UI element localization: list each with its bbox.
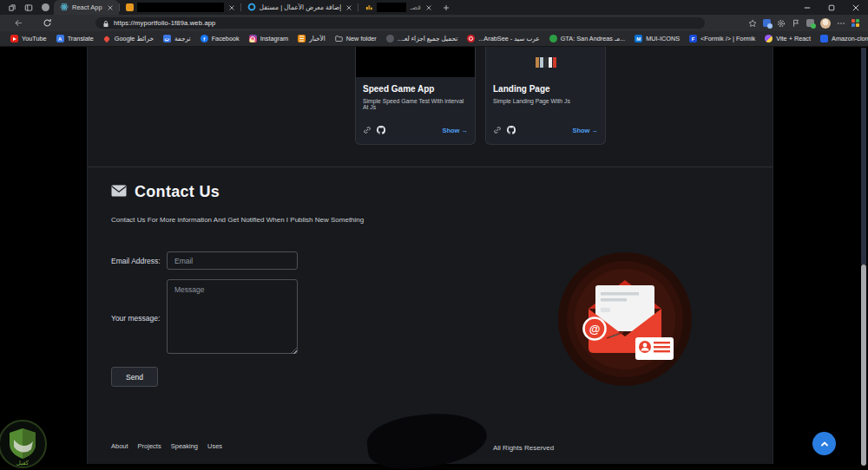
page-viewport: Speed Game App Simple Speed Game Test Wi… (0, 47, 868, 470)
thumbnail-graphic (536, 57, 556, 68)
show-project-link[interactable]: Show → (572, 127, 598, 134)
project-card-speed-game: Speed Game App Simple Speed Game Test Wi… (355, 47, 476, 145)
contact-section-title: Contact Us (135, 183, 220, 201)
tab-react-app[interactable]: React App (54, 0, 119, 15)
show-project-link[interactable]: Show → (442, 127, 468, 134)
close-tab-icon[interactable] (108, 5, 113, 10)
link-icon[interactable] (493, 122, 502, 138)
flag-icon[interactable] (792, 16, 800, 31)
settings-gear-icon[interactable] (777, 16, 786, 31)
tab-redacted-1[interactable] (120, 0, 240, 15)
project-title: Landing Page (486, 77, 605, 94)
browser-logo-icon (42, 3, 49, 11)
new-tab-button[interactable] (443, 4, 450, 11)
bookmark-tarjama[interactable]: تترجمة (163, 35, 191, 42)
watermark-logo: كفيل (0, 419, 49, 470)
project-card-landing-page: Landing Page Simple Landing Page With Js… (485, 47, 606, 145)
section-divider (88, 166, 773, 167)
bookmark-vite-react[interactable]: Vite + React (765, 35, 811, 42)
bookmark-new-folder[interactable]: New folder (335, 35, 377, 42)
bookmark-instagram[interactable]: Instagram (249, 35, 288, 42)
arabseed-icon (467, 35, 475, 42)
bookmark-mui-icons[interactable]: MMUI-ICONS (635, 35, 680, 42)
tab-title: قصـ (410, 3, 420, 11)
redaction-box (377, 3, 406, 12)
tab-mostaql[interactable]: إضافة معرض الأعمال | مستقل (241, 0, 358, 15)
reload-icon[interactable] (43, 18, 52, 28)
bookmark-facebook[interactable]: fFacebook (201, 35, 240, 42)
project-thumbnail (356, 47, 475, 77)
maps-pin-icon (103, 35, 111, 42)
watermark-text: كفيل (16, 460, 30, 466)
email-field[interactable] (167, 251, 298, 270)
bookmarks-bar: YouTube ATranslate Google خرائط تترجمة f… (0, 31, 868, 47)
bookmark-translate[interactable]: ATranslate (56, 35, 94, 42)
profile-avatar[interactable] (820, 18, 831, 29)
message-field[interactable] (167, 279, 298, 354)
contact-subtitle: Contact Us For More information And Get … (111, 216, 364, 224)
tab-redacted-2[interactable]: قصـ (358, 0, 437, 15)
vertical-tabs-icon[interactable] (24, 3, 33, 12)
site-content: Speed Game App Simple Speed Game Test Wi… (87, 47, 773, 464)
yellow-chart-icon (365, 3, 373, 13)
github-icon[interactable] (507, 122, 516, 138)
formik-icon: F (689, 35, 697, 42)
bookmark-arabseed[interactable]: عرب سيد - ArabSee... (467, 35, 539, 42)
bookmark-gta[interactable]: GTA: San Andreas مـ... (549, 35, 625, 42)
email-illustration: @ (556, 251, 694, 388)
url-field[interactable]: https://myportfolio-1f89a.web.app (95, 17, 705, 29)
footer-link-uses[interactable]: Uses (207, 442, 222, 450)
link-icon[interactable] (363, 122, 372, 138)
send-button[interactable]: Send (111, 367, 158, 387)
footer-link-speaking[interactable]: Speaking (171, 442, 198, 450)
back-icon[interactable] (14, 18, 23, 28)
address-bar: https://myportfolio-1f89a.web.app (0, 15, 868, 31)
close-tab-icon[interactable] (229, 5, 234, 10)
project-title: Speed Game App (356, 77, 475, 94)
download-icon (386, 35, 394, 42)
news-icon (298, 35, 306, 42)
lock-icon (102, 16, 109, 31)
project-thumbnail (486, 47, 605, 77)
window-controls (795, 0, 868, 15)
footer-nav: About Projects Speaking Uses (111, 442, 222, 450)
scrollbar-thumb[interactable] (861, 264, 866, 466)
message-label: Your message: (111, 314, 160, 323)
close-window-button[interactable] (844, 0, 868, 15)
bookmark-amazon-clone[interactable]: Amazon-clone (820, 35, 868, 42)
bookmark-google-maps[interactable]: Google خرائط (103, 35, 154, 42)
project-description: Simple Landing Page With Js (486, 94, 605, 104)
extension-green-badge-icon[interactable] (806, 19, 814, 27)
youtube-icon (10, 35, 18, 42)
bookmark-news[interactable]: الأخبار (298, 35, 326, 42)
folder-icon (335, 35, 343, 42)
maximize-button[interactable] (819, 0, 844, 15)
extension-blue-icon[interactable] (763, 19, 771, 27)
close-tab-icon[interactable] (426, 5, 431, 10)
react-icon (60, 3, 69, 13)
facebook-icon: f (201, 35, 208, 42)
gta-icon (549, 35, 557, 42)
footer-link-projects[interactable]: Projects (138, 442, 161, 450)
copyright-text: All Rights Reserved (493, 444, 554, 452)
favorites-star-icon[interactable] (748, 16, 757, 31)
bookmark-download-game[interactable]: تحميل جميع اجزاء لعـ... (386, 35, 458, 42)
bookmark-youtube[interactable]: YouTube (10, 35, 47, 42)
orange-app-icon (126, 3, 134, 11)
minimize-button[interactable] (795, 0, 819, 15)
close-tab-icon[interactable] (346, 5, 352, 10)
redaction-box (137, 3, 224, 12)
collections-icon[interactable] (852, 19, 860, 28)
scrollbar-track (861, 48, 866, 264)
footer-link-about[interactable]: About (111, 442, 128, 450)
email-label: Email Address: (111, 257, 161, 265)
more-menu-icon[interactable] (837, 16, 845, 31)
browser-window: React App إضافة معرض الأعمال | مستقل (0, 0, 868, 470)
workspaces-icon[interactable] (8, 3, 16, 12)
scroll-to-top-button[interactable] (812, 432, 836, 455)
vite-icon (765, 35, 773, 42)
bookmark-formik[interactable]: F<Formik /> | Formik (689, 35, 755, 42)
github-icon[interactable] (377, 122, 385, 138)
tab-bar: React App إضافة معرض الأعمال | مستقل (0, 0, 868, 15)
instagram-icon (249, 35, 257, 42)
